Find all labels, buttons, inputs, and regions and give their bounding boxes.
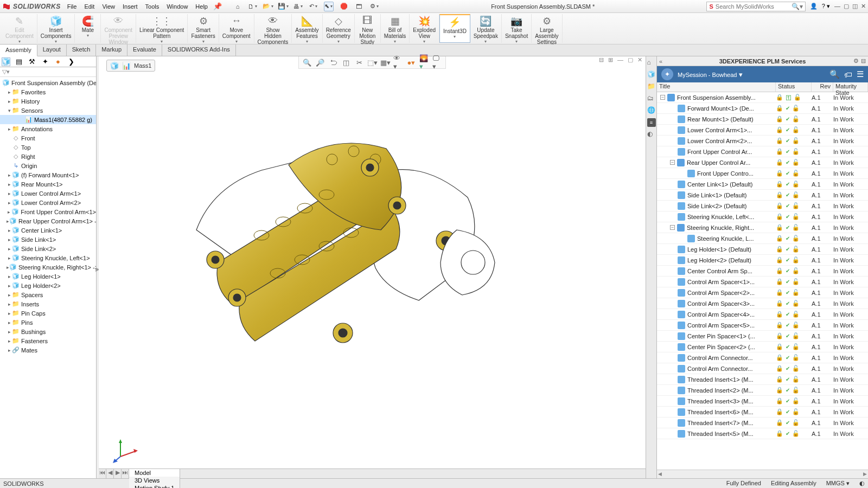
tree-node[interactable]: ◇Right: [0, 152, 96, 161]
menu-edit[interactable]: Edit: [84, 3, 94, 10]
view-settings-icon[interactable]: 🖵▾: [432, 57, 442, 67]
menu-window[interactable]: Window: [167, 3, 188, 10]
btab-prev-icon[interactable]: ◀: [106, 469, 114, 478]
breadcrumb[interactable]: 🧊 📊 Mass1: [106, 60, 155, 72]
tree-node[interactable]: ▸🧊Side Link<2>: [0, 244, 96, 253]
view-orient-icon[interactable]: ⬚▾: [367, 57, 377, 67]
tree-node[interactable]: ▸🧊Front Upper Control Arm<1>: [0, 207, 96, 216]
tree-node[interactable]: ▸🧊Steering Knuckle, Right<1> ->*: [0, 262, 96, 272]
plm-row[interactable]: −Rear Upper Control Ar...🔒✔🔓A.1In Work: [657, 157, 868, 168]
bottom-tab-model[interactable]: Model: [129, 469, 180, 477]
menu-tools[interactable]: Tools: [145, 3, 159, 10]
plm-row[interactable]: Threaded Insert<3> (M...🔒✔🔓A.1In Work: [657, 396, 868, 407]
prev-view-icon[interactable]: ⮌: [328, 57, 338, 67]
fm-appearance-tab-icon[interactable]: ●: [54, 57, 62, 66]
taskpane-explorer-icon[interactable]: 🗂: [647, 94, 656, 103]
fm-property-tab-icon[interactable]: ▤: [15, 57, 23, 66]
plm-col-status[interactable]: Status: [776, 82, 812, 92]
home-icon[interactable]: ⌂: [233, 2, 242, 11]
menu-view[interactable]: View: [102, 3, 115, 10]
bottom-tab-3d-views[interactable]: 3D Views: [129, 477, 180, 484]
plm-row[interactable]: Control Arm Spacer<2>...🔒✔🔓A.1In Work: [657, 287, 868, 298]
plm-row[interactable]: Control Arm Connector...🔒✔🔓A.1In Work: [657, 363, 868, 374]
taskpane-library-icon[interactable]: 📁: [647, 82, 656, 91]
plm-row[interactable]: Threaded Insert<1> (M...🔒✔🔓A.1In Work: [657, 374, 868, 385]
ribbon-large[interactable]: ⚙Large Assembly Settings▾: [532, 14, 562, 43]
section-view-icon[interactable]: ◫: [341, 57, 351, 67]
taskpane-resources-icon[interactable]: 🧊: [647, 70, 656, 79]
tree-node[interactable]: ▸🧊Leg Holder<1>: [0, 272, 96, 281]
btab-last-icon[interactable]: ⏭: [122, 469, 129, 478]
btab-next-icon[interactable]: ▶: [114, 469, 122, 478]
tree-node[interactable]: ▸🧊Lower Control Arm<2>: [0, 198, 96, 207]
fm-display-tab-icon[interactable]: ✦: [41, 57, 49, 66]
expander-icon[interactable]: −: [660, 95, 665, 100]
menu-help[interactable]: Help: [195, 3, 208, 10]
plm-row[interactable]: Control Arm Spacer<4>...🔒✔🔓A.1In Work: [657, 309, 868, 320]
tree-root[interactable]: 🧊Front Suspension Assembly (Default): [0, 78, 96, 87]
plm-row[interactable]: Threaded Insert<7> (M...🔒✔🔓A.1In Work: [657, 418, 868, 428]
tree-node[interactable]: ◇Front: [0, 133, 96, 143]
ribbon-assembly[interactable]: 📐Assembly Features▾: [292, 14, 322, 43]
tree-node[interactable]: ▾📁Sensors: [0, 106, 96, 115]
plm-row[interactable]: Center Pin Spacer<1> (...🔒✔🔓A.1In Work: [657, 331, 868, 342]
search-input[interactable]: [716, 3, 792, 10]
plm-row[interactable]: Steering Knuckle, L...🔒✔🔓A.1In Work: [657, 233, 868, 244]
doc-rest-icon[interactable]: ⊞: [608, 56, 613, 63]
plm-col-title[interactable]: Title: [657, 82, 776, 92]
plm-row[interactable]: Control Arm Spacer<5>...🔒✔🔓A.1In Work: [657, 320, 868, 331]
taskpane-custom-icon[interactable]: ◐: [647, 130, 656, 139]
undo-icon[interactable]: ↶: [309, 2, 318, 11]
expander-icon[interactable]: −: [670, 225, 675, 230]
tree-node[interactable]: ▸🔗Mates: [0, 345, 96, 355]
taskpane-home-icon[interactable]: ⌂: [647, 59, 656, 67]
plm-menu-icon[interactable]: ☰: [857, 69, 864, 79]
plm-collapse-icon[interactable]: «: [659, 58, 662, 65]
plm-row[interactable]: Leg Holder<2> (Default)🔒✔🔓A.1In Work: [657, 255, 868, 266]
tree-node[interactable]: ▸📁Spacers: [0, 290, 96, 299]
zoom-area-icon[interactable]: 🔎: [315, 57, 325, 67]
new-doc-icon[interactable]: 🗋: [248, 2, 258, 11]
fm-config-tab-icon[interactable]: ⚒: [28, 57, 36, 66]
plm-row[interactable]: Rear Mount<1> (Default)🔒✔🔓A.1In Work: [657, 114, 868, 125]
ribbon-mate[interactable]: 🧲Mate▾: [75, 14, 101, 43]
tree-node[interactable]: ▸📁History: [0, 97, 96, 106]
tab-evaluate[interactable]: Evaluate: [127, 44, 162, 56]
tab-markup[interactable]: Markup: [96, 44, 127, 56]
tree-node[interactable]: ▸📁Fasteners: [0, 336, 96, 345]
plm-hscroll[interactable]: [657, 470, 868, 478]
fm-tree-tab-icon[interactable]: 🧊: [2, 57, 10, 66]
plm-row[interactable]: Side Link<2> (Default)🔒✔🔓A.1In Work: [657, 201, 868, 211]
ribbon-instant3d[interactable]: ⚡Instant3D▾: [439, 14, 470, 43]
help-icon[interactable]: ? ▾: [822, 3, 830, 10]
feature-filter[interactable]: ▽▾: [0, 67, 96, 77]
plm-row[interactable]: Side Link<1> (Default)🔒✔🔓A.1In Work: [657, 190, 868, 201]
plm-row[interactable]: Threaded Insert<6> (M...🔒✔🔓A.1In Work: [657, 407, 868, 418]
options-icon[interactable]: 🗔: [354, 2, 364, 11]
plm-col-maturity[interactable]: Maturity State: [833, 82, 868, 92]
doc-min-icon[interactable]: ⊟: [599, 56, 604, 63]
pin-icon[interactable]: 📌: [213, 2, 222, 10]
restore-icon[interactable]: ▢: [844, 3, 849, 10]
graphics-viewport[interactable]: 🔍 🔎 ⮌ ◫ ✂ ⬚▾ ▦▾ 👁▾ ●▾ 🌄▾ 🖵▾ ⊟ ⊞ — ▢ ✕ �: [99, 56, 646, 478]
doc-close-icon[interactable]: ✕: [637, 56, 642, 63]
tree-node[interactable]: ▸🧊Rear Mount<1>: [0, 179, 96, 189]
ribbon-reference[interactable]: ◇Reference Geometry▾: [323, 14, 355, 43]
tree-node[interactable]: ▸📁Annotations: [0, 124, 96, 133]
ribbon-exploded[interactable]: 💥Exploded View▾: [410, 14, 439, 43]
plm-row[interactable]: Lower Control Arm<1>...🔒✔🔓A.1In Work: [657, 125, 868, 136]
doc-max-icon[interactable]: —: [617, 56, 623, 63]
tree-node[interactable]: ▸🧊Lower Control Arm<1>: [0, 189, 96, 198]
ribbon-new[interactable]: 🎞New Motion Study▾: [355, 14, 381, 43]
plm-row[interactable]: Control Arm Spacer<1>...🔒✔🔓A.1In Work: [657, 277, 868, 287]
plm-row[interactable]: Center Control Arm Sp...🔒✔🔓A.1In Work: [657, 266, 868, 277]
tree-node[interactable]: ▸📁Favorites: [0, 87, 96, 97]
open-doc-icon[interactable]: 📂: [263, 2, 273, 11]
hide-show-icon[interactable]: 👁▾: [393, 57, 403, 67]
bottom-tab-motion-study-1[interactable]: Motion Study 1: [129, 484, 180, 488]
plm-row[interactable]: −Steering Knuckle, Right...🔒✔🔓A.1In Work: [657, 222, 868, 233]
menu-file[interactable]: File: [67, 3, 77, 10]
plm-row[interactable]: Forward Mount<1> (De...🔒✔🔓A.1In Work: [657, 103, 868, 114]
tree-node[interactable]: ▸📁Inserts: [0, 299, 96, 309]
expander-icon[interactable]: −: [670, 160, 675, 165]
